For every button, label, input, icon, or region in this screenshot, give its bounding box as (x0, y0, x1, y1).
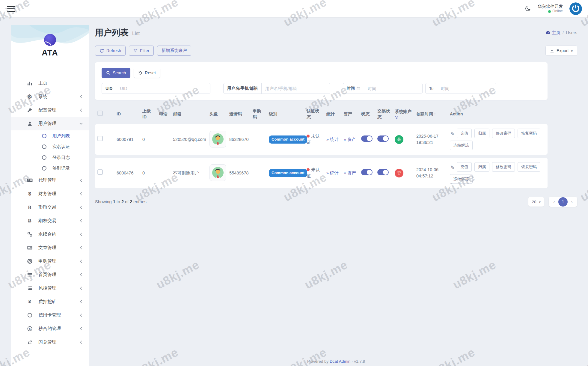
attribution-button[interactable]: 归属 (474, 162, 489, 172)
sidebar-item[interactable]: ⚙系统 (11, 90, 89, 103)
sidebar-item[interactable]: 闪兑管理 (11, 335, 89, 349)
select-all-checkbox[interactable] (97, 111, 103, 116)
sidebar-item[interactable]: B币币交易 (11, 201, 89, 214)
freeze-unfreeze-button[interactable]: 冻结解冻 (450, 141, 473, 150)
menu-toggle-button[interactable] (7, 6, 15, 12)
sidebar-item[interactable]: $财务管理 (11, 187, 89, 201)
sidebar-item[interactable]: 申购管理 (11, 254, 89, 268)
assets-link[interactable]: » 资产 (344, 137, 356, 142)
username-input[interactable] (262, 83, 330, 94)
next-page-button[interactable]: › (568, 199, 576, 204)
watermark-text: u8kj.me (578, 345, 588, 366)
reset-button[interactable]: Reset (134, 68, 160, 78)
col-subscribe-code: 申购码 (250, 107, 266, 121)
export-button[interactable]: Export ▾ (545, 46, 577, 56)
sidebar-item[interactable]: 文章管理 (11, 241, 89, 254)
time-to-filter-group: To (425, 83, 496, 94)
time-from-input[interactable] (364, 83, 422, 94)
stats-link[interactable]: » 统计 (326, 171, 339, 175)
edit-icon[interactable]: ✎ (448, 165, 456, 169)
dark-mode-toggle-icon[interactable] (524, 5, 531, 12)
sidebar-item[interactable]: ¥质押挖矿 (11, 295, 89, 308)
sidebar-item[interactable]: 信用卡管理 (11, 308, 89, 322)
stats-link[interactable]: » 统计 (326, 137, 339, 142)
level-badge: Common account (269, 135, 307, 144)
restore-password-button[interactable]: 恢复密码 (518, 162, 540, 172)
sidebar-subitem[interactable]: 用户列表 (11, 130, 89, 141)
lifering-icon (26, 258, 33, 264)
dcat-admin-link[interactable]: Dcat Admin (330, 359, 350, 364)
refresh-button[interactable]: Refresh (95, 46, 126, 56)
restore-password-button[interactable]: 恢复密码 (518, 129, 540, 138)
status-toggle[interactable] (361, 169, 373, 175)
prev-page-button[interactable]: ‹ (550, 199, 558, 204)
user-avatar[interactable] (569, 2, 582, 15)
version: v1.7.8 (354, 359, 365, 364)
status-toggle[interactable] (361, 135, 373, 142)
circle-icon (42, 155, 46, 160)
assets-link[interactable]: » 资产 (344, 171, 356, 175)
circle-icon (26, 312, 33, 318)
col-invite-code: 邀请码 (227, 107, 250, 121)
refresh-icon (99, 49, 104, 53)
uid-input[interactable] (116, 83, 210, 94)
edit-icon[interactable]: ✎ (448, 131, 456, 135)
sidebar-item[interactable]: 主页 (11, 76, 89, 90)
change-password-button[interactable]: 修改密码 (492, 129, 515, 138)
gear-icon: ⚙ (26, 93, 33, 100)
current-page-button[interactable]: 1 (558, 197, 568, 207)
sidebar-item[interactable]: 用户管理 (11, 117, 89, 130)
sidebar-subitem[interactable]: 实名认证 (11, 141, 89, 152)
sidebar-subitem[interactable]: 签到记录 (11, 163, 89, 174)
breadcrumb-home-link[interactable]: 主页 (546, 30, 560, 36)
sidebar-item[interactable]: 代理管理 (11, 174, 89, 187)
stream-icon (26, 285, 33, 291)
page-subtitle: List (132, 31, 140, 36)
freeze-unfreeze-button[interactable]: 冻结解冻 (450, 174, 473, 184)
chevron-left-icon (79, 341, 83, 344)
chevron-left-icon (79, 246, 83, 249)
system-account-badge: 是 (395, 135, 403, 144)
bars-icon (26, 272, 33, 278)
column-filter-icon[interactable] (395, 115, 399, 119)
search-panel: Search Reset UID 用户名/手机/邮箱 时间 (95, 62, 548, 100)
sidebar-item[interactable]: 配置管理 (11, 103, 89, 117)
sidebar-item[interactable]: 风控管理 (11, 281, 89, 295)
page-size-select[interactable]: 20 ▾ (528, 197, 544, 207)
change-password-button[interactable]: 修改密码 (492, 162, 515, 172)
chevron-left-icon (79, 287, 83, 290)
brand-logo[interactable] (43, 33, 57, 46)
chevron-left-icon (79, 192, 83, 195)
col-status: 状态 (359, 107, 375, 121)
time-to-input[interactable] (437, 83, 496, 94)
chevron-down-icon: ▾ (571, 49, 573, 53)
add-system-account-button[interactable]: 新增系统账户 (157, 46, 191, 56)
online-dot-icon (548, 10, 551, 13)
sidebar-item[interactable]: Ƀ期权交易 (11, 214, 89, 228)
search-button[interactable]: Search (102, 68, 130, 78)
recharge-button[interactable]: 充值 (457, 162, 472, 172)
attribution-button[interactable]: 归属 (474, 129, 489, 138)
col-phone: 电话 (157, 107, 171, 121)
svg-text:5: 5 (29, 327, 31, 330)
search-icon (106, 71, 110, 75)
user-avatar-image (209, 131, 226, 147)
trade-status-toggle[interactable] (377, 169, 389, 175)
row-checkbox[interactable] (97, 136, 103, 141)
sidebar-item-label: 币币交易 (38, 204, 56, 210)
recharge-button[interactable]: 充值 (457, 129, 472, 138)
col-created-at[interactable]: 创建时间↑ (414, 107, 447, 121)
trade-status-toggle[interactable] (377, 135, 389, 142)
sidebar-subitem[interactable]: 登录日志 (11, 152, 89, 163)
sidebar-item-label: 代理管理 (38, 177, 56, 183)
sidebar-item[interactable]: 永续合约 (11, 228, 89, 241)
filter-button[interactable]: Filter (129, 46, 154, 56)
sidebar-item-label: 配置管理 (38, 107, 56, 113)
sidebar-item[interactable]: 首页管理 (11, 268, 89, 281)
table-row: 6000476 0 不可删除用户 (95, 158, 548, 188)
time-label: 时间 (347, 86, 355, 91)
chevron-left-icon (79, 300, 83, 303)
sidebar-subitem-label: 用户列表 (52, 133, 70, 139)
row-checkbox[interactable] (97, 169, 103, 175)
sidebar-item[interactable]: 5秒合约管理 (11, 322, 89, 335)
